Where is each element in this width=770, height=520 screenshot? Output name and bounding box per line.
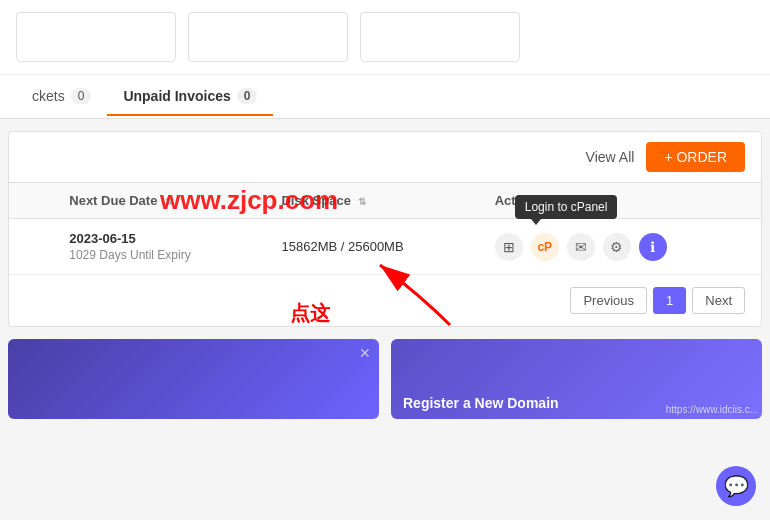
top-cards-section — [0, 0, 770, 75]
chat-bubble-btn[interactable]: 💬 — [716, 466, 756, 506]
sort-icon-disk: ⇅ — [358, 196, 366, 207]
view-all-link[interactable]: View All — [586, 149, 635, 165]
banner-left: ✕ — [8, 339, 379, 419]
card-3 — [360, 12, 520, 62]
actions-cell: Login to cPanel ⊞ cP ✉ ⚙ ℹ — [495, 233, 745, 261]
banner-right: Register a New Domain https://www.idciis… — [391, 339, 762, 419]
cpanel-icon-btn[interactable]: cP — [531, 233, 559, 261]
next-btn[interactable]: Next — [692, 287, 745, 314]
page-1-btn[interactable]: 1 — [653, 287, 686, 314]
sort-icon-due: ⇅ — [165, 196, 173, 207]
banner-close-btn[interactable]: ✕ — [359, 345, 371, 361]
col-domain — [9, 183, 53, 219]
card-1 — [16, 12, 176, 62]
col-next-due-date: Next Due Date ⇅ — [53, 183, 265, 219]
due-date-value: 2023-06-15 — [69, 231, 249, 246]
tab-unpaid-label: Unpaid Invoices — [123, 88, 230, 104]
settings-icon-btn[interactable]: ⚙ — [603, 233, 631, 261]
tab-tickets-label: ckets — [32, 88, 65, 104]
grid-icon-btn[interactable]: ⊞ — [495, 233, 523, 261]
cell-disk-space: 15862MB / 25600MB — [265, 219, 478, 275]
cell-domain — [9, 219, 53, 275]
card-2 — [188, 12, 348, 62]
col-disk-space: Disk Space ⇅ — [265, 183, 478, 219]
tab-unpaid-badge: 0 — [237, 88, 258, 104]
table-row: 2023-06-15 1029 Days Until Expiry 15862M… — [9, 219, 761, 275]
banner-url: https://www.idciis.c... — [666, 404, 758, 415]
pagination: Previous 1 Next — [9, 275, 761, 326]
services-table: Next Due Date ⇅ Disk Space ⇅ Actions 202… — [9, 183, 761, 275]
tab-unpaid-invoices[interactable]: Unpaid Invoices 0 — [107, 78, 273, 116]
tabs-bar: ckets 0 Unpaid Invoices 0 — [0, 75, 770, 119]
info-icon-btn[interactable]: ℹ — [639, 233, 667, 261]
cell-actions: Login to cPanel ⊞ cP ✉ ⚙ ℹ — [479, 219, 761, 275]
order-button[interactable]: + ORDER — [646, 142, 745, 172]
expiry-sub: 1029 Days Until Expiry — [69, 248, 249, 262]
table-header-row: Next Due Date ⇅ Disk Space ⇅ Actions — [9, 183, 761, 219]
mail-icon-btn[interactable]: ✉ — [567, 233, 595, 261]
prev-btn[interactable]: Previous — [570, 287, 647, 314]
panel-header: View All + ORDER — [9, 132, 761, 183]
tab-tickets-badge: 0 — [71, 88, 92, 104]
bottom-banners: ✕ Register a New Domain https://www.idci… — [0, 339, 770, 419]
main-panel: View All + ORDER Next Due Date ⇅ Disk Sp… — [8, 131, 762, 327]
tab-tickets[interactable]: ckets 0 — [16, 78, 107, 116]
tooltip-cpanel: Login to cPanel — [515, 195, 618, 219]
cell-due-date: 2023-06-15 1029 Days Until Expiry — [53, 219, 265, 275]
banner-right-title: Register a New Domain — [403, 395, 559, 411]
